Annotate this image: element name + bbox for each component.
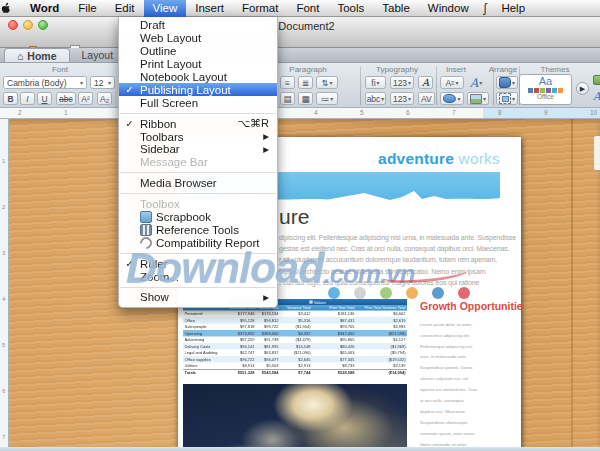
menubar-item-window[interactable]: Window: [419, 0, 478, 17]
background-window-sliver: [594, 136, 600, 170]
menu-item-ribbon[interactable]: ✓Ribbon⌥⌘R: [119, 117, 277, 130]
theme-colors-button[interactable]: [593, 75, 600, 85]
text-effects-button[interactable]: A: [418, 76, 433, 89]
bullets-button[interactable]: ≡: [280, 76, 295, 89]
table-totals-row: Totals$551,328$543,584$7,744$528,588($14…: [183, 369, 407, 377]
subscript-button[interactable]: A₂: [97, 92, 112, 105]
menu-item-web-layout[interactable]: Web Layout: [119, 32, 277, 45]
italic-button[interactable]: I: [20, 92, 35, 105]
menubar-item-insert[interactable]: Insert: [186, 0, 233, 17]
filter-icon: [309, 301, 312, 304]
sidebar-line: Suspendisse potenti. Donec: [420, 363, 520, 374]
superscript-button[interactable]: A²: [78, 92, 93, 105]
bold-button[interactable]: B: [3, 92, 18, 105]
budget-table: ValuesEstimated TotalActual TotalVarianc…: [183, 299, 407, 377]
menu-item-label: Zoom...: [140, 271, 269, 283]
number-style-button[interactable]: 123▾: [390, 76, 414, 89]
kerning-button[interactable]: AV: [418, 92, 435, 105]
menu-item-ruler[interactable]: ✓Ruler: [119, 257, 277, 270]
menu-item-compatibility-report[interactable]: Compatibility Report: [119, 236, 277, 249]
totals-cell: $7,744: [280, 369, 312, 377]
number-forms-button[interactable]: 123▾: [390, 92, 414, 105]
horizontal-ruler[interactable]: 2112345678910: [0, 108, 600, 119]
sidebar-line: Suspendisse ullamcorper: [420, 417, 520, 428]
tab-label: Home: [27, 50, 56, 62]
wordart-button[interactable]: A▾: [467, 76, 485, 89]
font-name-select[interactable]: Cambria (Body)▾: [3, 76, 87, 89]
apple-menu-icon[interactable]: [0, 2, 20, 15]
menubar-item-edit[interactable]: Edit: [106, 0, 144, 17]
borders-button[interactable]: ▤: [280, 92, 295, 105]
menubar-item-view[interactable]: View: [144, 0, 187, 17]
totals-cell: $551,328: [228, 369, 256, 377]
ruler-number: 7: [452, 109, 456, 116]
ruler-number: 10: [590, 109, 597, 116]
menu-item-label: Toolbars: [140, 131, 263, 143]
vertical-ruler[interactable]: 1234567: [0, 119, 9, 451]
stylistic-sets-button[interactable]: abc▾: [365, 92, 386, 105]
ligatures-button[interactable]: fi▾: [365, 76, 386, 89]
menubar-item-table[interactable]: Table: [373, 0, 419, 17]
shading-button[interactable]: ▦: [298, 92, 313, 105]
menubar-item-file[interactable]: File: [69, 0, 106, 17]
menu-item-outline[interactable]: Outline: [119, 45, 277, 58]
strikethrough-button[interactable]: abc: [56, 92, 76, 105]
sort-button[interactable]: ≔▾: [316, 92, 338, 105]
script-menu-icon[interactable]: ʃ: [478, 0, 493, 17]
numbering-button[interactable]: ≣: [298, 76, 313, 89]
menu-item-label: Scrapbook: [156, 211, 269, 223]
tab-label: Layout: [82, 49, 114, 61]
menu-item-publishing-layout[interactable]: ✓Publishing Layout: [119, 83, 277, 96]
scrapbook-icon: [140, 211, 152, 223]
ruler-number: 5: [2, 342, 5, 348]
totals-label: Totals: [183, 369, 228, 377]
menu-item-show[interactable]: Show▶: [119, 291, 277, 304]
menu-item-print-layout[interactable]: Print Layout: [119, 58, 277, 71]
menu-item-toolbars[interactable]: Toolbars▶: [119, 130, 277, 143]
menu-item-full-screen[interactable]: Full Screen: [119, 96, 277, 109]
picture-button[interactable]: ▾: [467, 92, 489, 105]
menubar-item-format[interactable]: Format: [233, 0, 287, 17]
menu-item-media-browser[interactable]: Media Browser: [119, 177, 277, 190]
palette-dot: [328, 287, 340, 299]
menu-item-message-bar: Message Bar: [119, 156, 277, 169]
menubar-item-tools[interactable]: Tools: [328, 0, 373, 17]
theme-gallery-item[interactable]: Aa Office: [519, 74, 572, 105]
shape-button[interactable]: ▾: [440, 92, 464, 105]
menu-item-label: Media Browser: [140, 177, 269, 189]
reorder-objects-button[interactable]: ▾: [496, 76, 518, 89]
menu-item-label: Reference Tools: [156, 224, 269, 236]
underline-button[interactable]: U: [37, 92, 52, 105]
font-size-select[interactable]: 12▾: [90, 76, 115, 89]
menu-item-draft[interactable]: Draft: [119, 19, 277, 32]
theme-swatch: [528, 88, 533, 93]
ruler-number: 8: [498, 109, 502, 116]
submenu-arrow-icon: ▶: [263, 132, 269, 141]
menu-item-sidebar[interactable]: Sidebar▶: [119, 143, 277, 156]
menu-separator: [119, 283, 277, 291]
text-box-button[interactable]: A≡▾: [440, 76, 464, 89]
menu-item-scrapbook[interactable]: Scrapbook: [119, 211, 277, 224]
screen: WordFileEditViewInsertFormatFontToolsTab…: [0, 0, 600, 451]
sidebar-heading: Growth Opportunities: [420, 300, 521, 312]
checkmark-icon: ✓: [119, 84, 140, 95]
font-name-value: Cambria (Body): [7, 78, 67, 88]
macos-menubar: WordFileEditViewInsertFormatFontToolsTab…: [0, 0, 600, 17]
theme-fonts-button[interactable]: A: [593, 90, 600, 103]
menu-item-zoom[interactable]: Zoom...: [119, 270, 277, 283]
menubar-item-font[interactable]: Font: [287, 0, 328, 17]
totals-cell: ($14,994): [356, 369, 407, 377]
menu-item-label: Print Layout: [140, 58, 269, 70]
brand-title: adventure works: [378, 150, 500, 168]
group-objects-button[interactable]: ▾: [496, 92, 518, 105]
menubar-item-word[interactable]: Word: [20, 0, 69, 17]
menu-item-reference-tools[interactable]: Reference Tools: [119, 223, 277, 236]
tab-layout[interactable]: Layout: [70, 48, 126, 62]
document-canvas: adventure works ure dipiscing elit. Pell…: [0, 119, 600, 451]
menubar-item-help[interactable]: Help: [492, 0, 534, 17]
tab-home[interactable]: ⌂Home: [4, 48, 70, 62]
line-spacing-button[interactable]: ⇅▾: [316, 76, 338, 89]
ribbon: Font Cambria (Body)▾ 12▾ B I U abc A² A₂…: [0, 63, 600, 108]
menu-item-notebook-layout[interactable]: Notebook Layout: [119, 71, 277, 84]
theme-gallery-next-button[interactable]: ▶: [576, 82, 589, 95]
